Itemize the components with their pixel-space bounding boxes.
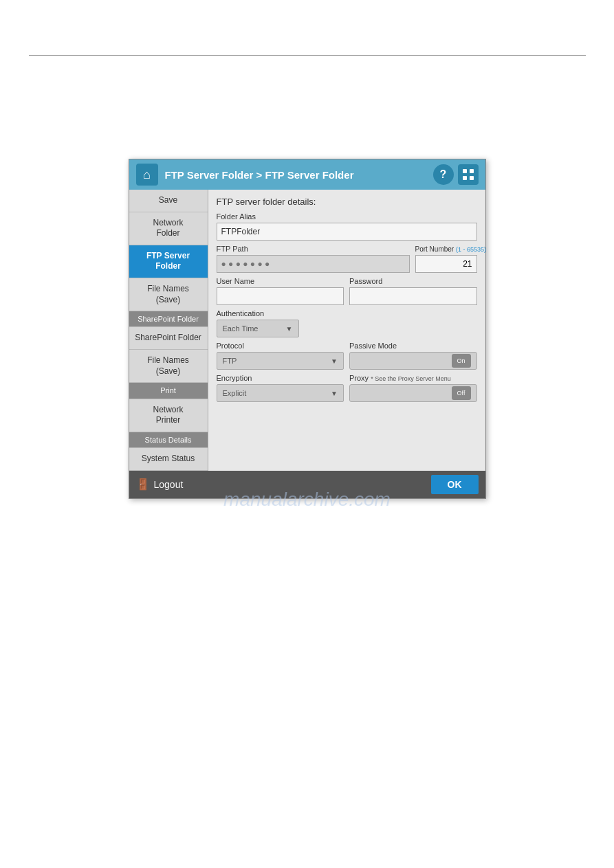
sidebar-item-network-printer[interactable]: NetworkPrinter [129,399,208,432]
ftp-path-input[interactable] [217,255,410,273]
protocol-passive-row: Protocol FTP ▼ Passive Mode On [217,342,477,370]
dialog-body: Save NetworkFolder FTP Server Folder Fil… [129,190,485,471]
sidebar-item-file-names-save-2[interactable]: File Names(Save) [129,350,208,383]
password-input[interactable] [349,287,477,305]
page-container: ⌂ FTP Server Folder > FTP Server Folder … [0,0,614,868]
auth-dropdown[interactable]: Each Time ▼ [217,320,299,337]
sidebar-item-network-folder[interactable]: NetworkFolder [129,212,208,245]
port-group: Port Number (1 - 65535) [415,245,477,273]
passive-mode-label: Passive Mode [349,342,477,350]
auth-label: Authentication [217,309,477,318]
sidebar-item-ftp-server-folder[interactable]: FTP Server Folder [129,245,208,278]
bottom-bar: 🚪 Logout OK [129,471,485,498]
encryption-value: Explicit [223,389,247,397]
top-rule [29,55,586,56]
passive-on-slider: On [452,354,471,368]
encryption-proxy-row: Encryption Explicit ▼ Proxy * See the Pr… [217,374,477,402]
encryption-arrow-icon: ▼ [331,390,338,397]
passive-mode-group: Passive Mode On [349,342,477,370]
ftp-path-port-row: FTP Path Port Number (1 - 65535) [217,241,477,273]
logout-label: Logout [154,479,184,490]
auth-value: Each Time [223,324,259,333]
dialog-wrapper: ⌂ FTP Server Folder > FTP Server Folder … [129,159,486,499]
port-label: Port Number (1 - 65535) [415,245,477,253]
protocol-arrow-icon: ▼ [331,357,338,365]
folder-alias-label: Folder Alias [217,212,477,221]
proxy-label: Proxy * See the Proxy Server Menu [349,374,477,382]
proxy-off-slider: Off [452,386,471,400]
logout-button[interactable]: 🚪 Logout [136,478,184,491]
logout-icon: 🚪 [136,478,150,491]
proxy-toggle[interactable]: Off [349,384,477,402]
protocol-value: FTP [223,357,237,365]
encryption-label: Encryption [217,374,344,382]
svg-rect-1 [470,169,474,173]
encryption-group: Encryption Explicit ▼ [217,374,344,402]
username-input[interactable] [217,287,344,305]
username-label: User Name [217,277,344,285]
port-input[interactable] [415,255,477,273]
protocol-group: Protocol FTP ▼ [217,342,344,370]
proxy-note: * See the Proxy Server Menu [371,375,451,382]
port-range: (1 - 65535) [456,246,486,253]
sidebar: Save NetworkFolder FTP Server Folder Fil… [129,190,208,471]
sidebar-header-print: Print [129,383,208,399]
user-pass-row: User Name Password [217,273,477,305]
sidebar-header-sharepoint: SharePoint Folder [129,311,208,327]
protocol-label: Protocol [217,342,344,350]
title-bar-icons: ? [433,164,479,185]
protocol-dropdown[interactable]: FTP ▼ [217,352,344,370]
username-group: User Name [217,273,344,305]
svg-rect-0 [463,169,467,173]
password-label: Password [349,277,477,285]
form-area: FTP server folder details: Folder Alias … [208,190,485,471]
title-bar: ⌂ FTP Server Folder > FTP Server Folder … [129,159,485,190]
sidebar-item-system-status[interactable]: System Status [129,448,208,471]
sidebar-header-status: Status Details [129,432,208,448]
sidebar-item-sharepoint-folder[interactable]: SharePoint Folder [129,327,208,350]
proxy-group: Proxy * See the Proxy Server Menu Off [349,374,477,402]
svg-rect-3 [470,176,474,180]
ftp-path-group: FTP Path [217,241,410,273]
ok-button[interactable]: OK [431,475,479,494]
dialog-title: FTP Server Folder > FTP Server Folder [165,169,426,181]
form-title: FTP server folder details: [217,197,477,207]
home-icon[interactable]: ⌂ [136,164,158,186]
help-icon[interactable]: ? [433,164,454,185]
folder-alias-input[interactable] [217,223,477,241]
sidebar-item-save[interactable]: Save [129,190,208,212]
password-group: Password [349,273,477,305]
passive-mode-toggle[interactable]: On [349,352,477,370]
ftp-path-label: FTP Path [217,245,410,253]
encryption-dropdown[interactable]: Explicit ▼ [217,384,344,402]
sidebar-item-file-names-save-1[interactable]: File Names(Save) [129,278,208,311]
grid-icon[interactable] [458,164,479,185]
auth-arrow-icon: ▼ [286,325,293,333]
svg-rect-2 [463,176,467,180]
